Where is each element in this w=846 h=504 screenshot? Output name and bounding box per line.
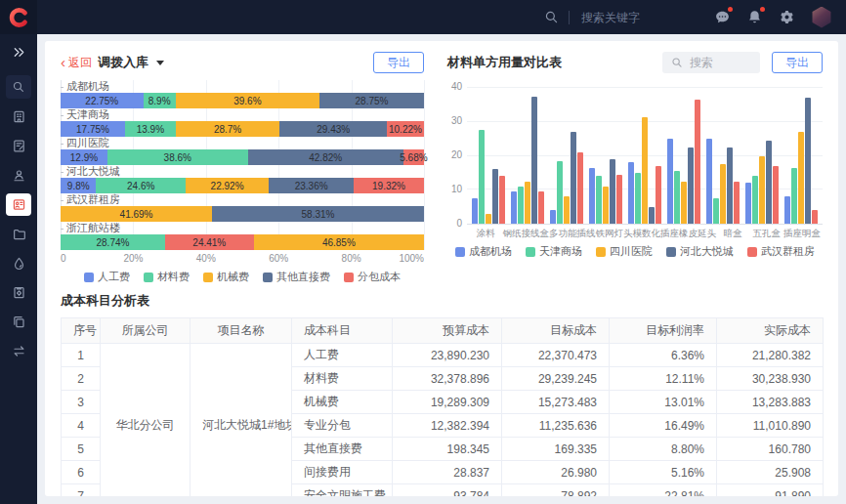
badge-dot <box>728 7 733 12</box>
stacked-bar: 22.75%8.9%39.6%28.75% <box>61 93 424 108</box>
sidebar-item-copy[interactable] <box>6 311 31 333</box>
bar <box>798 132 804 224</box>
grouped-chart-y-axis: 010203040 <box>447 88 467 225</box>
cell-target: 26.980 <box>502 461 610 484</box>
legend-swatch <box>344 273 354 282</box>
legend-swatch <box>84 273 94 282</box>
grouped-chart-legend: 成都机场天津商场四川医院河北大悦城武汉群租房 <box>447 244 823 259</box>
cell-margin: 8.80% <box>610 438 717 461</box>
export-button-left[interactable]: 导出 <box>373 52 424 73</box>
cell-margin: 22.81% <box>610 484 717 497</box>
cell-no: 1 <box>62 344 101 367</box>
legend-swatch <box>747 247 757 257</box>
sidebar-item-clipboard-settings[interactable] <box>6 281 31 304</box>
folder-icon <box>12 227 26 241</box>
x-category-label: 五孔盒 <box>750 228 784 240</box>
bar-segment: 28.7% <box>176 121 280 137</box>
grouped-chart-x-axis: 涂料钢纸接线盒多功能插线铁网灯头模数化插座橡皮延头暗盒五孔盒插座明盒 <box>467 228 823 240</box>
bar-group <box>703 88 742 224</box>
chart-search-input[interactable] <box>688 55 751 70</box>
avatar[interactable] <box>811 7 832 28</box>
cell-actual: 25.908 <box>717 461 824 484</box>
stacked-bar-row: 武汉群租房41.69%58.31% <box>61 193 424 222</box>
bar-segment: 17.75% <box>61 121 125 137</box>
cell-target: 15,273.483 <box>502 391 610 414</box>
search-icon <box>671 57 683 68</box>
grouped-chart: 010203040 <box>447 88 823 225</box>
cell-subject: 其他直接费 <box>292 438 393 461</box>
sidebar-item-id-card[interactable] <box>6 193 31 216</box>
sidebar-item-document-edit[interactable] <box>6 135 31 157</box>
copy-icon <box>12 315 26 329</box>
back-button[interactable]: ‹ 返回 <box>61 55 92 71</box>
x-category-label: 插座明盒 <box>783 228 821 240</box>
bar <box>550 210 556 224</box>
bar-segment: 41.69% <box>61 206 212 222</box>
sidebar-item-double-chevron-right[interactable] <box>6 41 31 63</box>
legend-item[interactable]: 分包成本 <box>344 270 401 284</box>
legend-item[interactable]: 机械费 <box>203 270 249 284</box>
table-section: 成本科目分析表 序号所属公司项目名称成本科目预算成本目标成本目标利润率实际成本1… <box>61 292 823 496</box>
table-header-row: 序号所属公司项目名称成本科目预算成本目标成本目标利润率实际成本 <box>62 318 824 344</box>
category-label: 河北大悦城 <box>61 165 424 177</box>
global-search-input[interactable] <box>579 10 687 25</box>
search-icon[interactable] <box>544 10 559 24</box>
bar-segment: 23.36% <box>269 178 354 193</box>
clipboard-settings-icon <box>12 285 26 300</box>
legend-swatch <box>144 273 153 282</box>
column-header: 目标成本 <box>502 318 610 344</box>
bar <box>752 176 758 224</box>
double-chevron-right-icon <box>12 45 26 60</box>
table-row[interactable]: 1华北分公司河北大悦城1#地块项目人工费23,890.23022,370.473… <box>62 344 824 367</box>
stacked-bar: 28.74%24.41%46.85% <box>61 234 424 250</box>
bar-group-bars <box>589 88 622 224</box>
x-category-label: 多功能插线 <box>549 228 596 240</box>
stacked-bar: 9.8%24.6%22.92%23.36%19.32% <box>61 178 424 193</box>
chart-search-box[interactable] <box>662 52 760 73</box>
sidebar-item-user-approve[interactable] <box>6 164 31 187</box>
y-tick-label: 20 <box>451 149 462 160</box>
export-button-right[interactable]: 导出 <box>772 52 823 73</box>
logo-c-icon <box>8 7 29 28</box>
cell-no: 6 <box>62 461 101 484</box>
column-header: 实际成本 <box>717 318 824 344</box>
messages-icon[interactable] <box>714 9 731 25</box>
bar <box>745 183 751 224</box>
chevron-left-icon: ‹ <box>61 55 65 69</box>
y-tick-label: 40 <box>451 81 462 92</box>
cell-budget: 23,890.230 <box>393 344 502 367</box>
grouped-chart-plot <box>467 88 823 225</box>
chevron-down-icon[interactable] <box>156 61 164 65</box>
bar <box>610 159 615 224</box>
bar <box>596 176 602 224</box>
legend-label: 其他直接费 <box>276 270 330 284</box>
legend-swatch <box>203 273 213 282</box>
bar <box>812 210 818 224</box>
legend-swatch <box>526 247 535 257</box>
sidebar-item-search[interactable] <box>6 75 31 99</box>
legend-item[interactable]: 四川医院 <box>596 244 653 259</box>
legend-item[interactable]: 材料费 <box>144 270 190 284</box>
legend-item[interactable]: 武汉群租房 <box>747 244 815 259</box>
legend-item[interactable]: 天津商场 <box>526 244 582 259</box>
sidebar-item-transfer[interactable] <box>6 340 31 362</box>
settings-icon[interactable] <box>779 9 795 25</box>
cell-subject: 安全文明施工费 <box>292 484 393 497</box>
legend-label: 人工费 <box>98 270 130 284</box>
sidebar-item-water-drop[interactable] <box>6 252 31 274</box>
sidebar-item-folder[interactable] <box>6 223 31 245</box>
cell-target: 22,370.473 <box>502 344 610 367</box>
cell-budget: 12,382.394 <box>393 414 502 438</box>
legend-item[interactable]: 河北大悦城 <box>666 244 734 259</box>
back-label: 返回 <box>68 55 92 71</box>
cell-no: 7 <box>62 484 101 497</box>
legend-item[interactable]: 成都机场 <box>455 244 512 259</box>
page-title: 调拨入库 <box>98 54 148 71</box>
legend-item[interactable]: 其他直接费 <box>263 270 330 284</box>
x-category-label: 橡皮延头 <box>679 228 716 240</box>
notifications-icon[interactable] <box>746 9 763 25</box>
app-logo[interactable] <box>0 0 37 34</box>
legend-item[interactable]: 人工费 <box>84 270 130 284</box>
sidebar-item-building[interactable] <box>6 105 31 128</box>
cell-actual: 11,010.890 <box>717 414 824 438</box>
